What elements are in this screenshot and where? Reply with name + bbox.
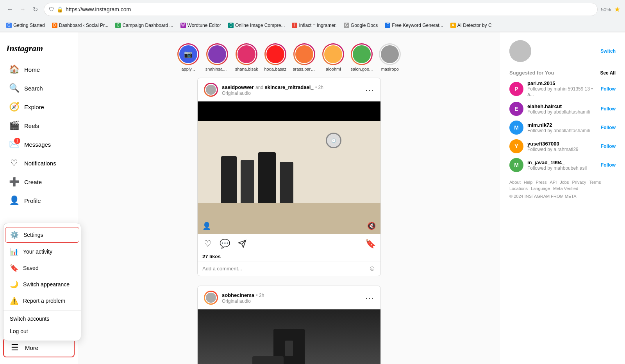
story-item[interactable]: aloohmi [322,43,344,71]
footer-link-privacy[interactable]: Privacy [572,180,586,185]
story-item[interactable]: arass.pard.as [293,43,316,71]
bookmark-bm6[interactable]: IInflact = Ingramer. [289,21,339,29]
post-1-share-button[interactable] [236,238,248,250]
scene-floor [198,203,380,234]
story-item[interactable]: hoda.basaz [264,43,286,71]
story-avatar: 📷 [179,44,198,64]
post-1-header: saeidpowwer and skincare_mitradaei_ • 2h… [198,78,380,101]
footer-link-language[interactable]: Language [531,186,550,191]
bookmark-bm7[interactable]: GGoogle Docs [341,21,381,29]
security-icon: 🛡 [49,6,54,12]
post-1-username2[interactable]: skincare_mitradaei_ [264,84,313,90]
follow-button-2[interactable]: Follow [601,106,616,112]
bookmark-star-icon[interactable]: ★ [614,5,620,14]
stories-bar: 📷 apply... shahinsam... shana.bisak [197,40,381,78]
suggestion-info-3: mim.nik72 Followed by abdollahtashamili [527,122,597,133]
sidebar-item-notifications[interactable]: ♡ Notifications [3,154,75,172]
bookmark-bm5[interactable]: OOnline Image Compre... [225,21,288,29]
post-1-more-icon[interactable]: ··· [365,85,374,94]
post-1-save-button[interactable]: 🔖 [365,239,376,249]
sidebar-item-create[interactable]: ➕ Create [3,173,75,191]
sidebar-item-explore[interactable]: 🧭 Explore [3,98,75,116]
suggestion-username-2[interactable]: elaheh.haircut [527,103,597,109]
back-button[interactable]: ← [5,4,16,15]
footer-link-api[interactable]: API [550,180,557,185]
refresh-button[interactable]: ↻ [30,4,41,15]
post-1-username[interactable]: saeidpowwer [222,84,254,90]
post-1-comment-button[interactable]: 💬 [218,237,232,250]
post-1-mute-icon[interactable]: 🔇 [367,222,376,230]
sidebar-item-profile[interactable]: 👤 Profile [3,192,75,210]
popup-report[interactable]: ⚠️ Report a problem [4,293,81,309]
story-item[interactable]: 📷 apply... [177,43,199,71]
address-bar[interactable]: 🛡 🔒 https://www.instagram.com [44,3,598,16]
post-1-comment-input[interactable] [202,266,369,272]
footer-link-locations[interactable]: Locations [509,186,528,191]
sidebar-item-search[interactable]: 🔍 Search [3,79,75,97]
follow-button-1[interactable]: Follow [601,86,616,92]
story-item[interactable]: masiropo [379,43,401,71]
sidebar-item-reels[interactable]: 🎬 Reels [3,117,75,135]
follow-button-5[interactable]: Follow [601,162,616,168]
bookmark-bm2[interactable]: DDashboard ‹ Social Pr... [49,21,112,29]
story-avatar [237,44,256,64]
popup-settings[interactable]: ⚙️ Settings [5,227,79,243]
post-2-user-info: sobhecinema • 2h Original audio [222,291,264,304]
bookmark-bm9[interactable]: AAI Detector by C [447,21,495,29]
story-item[interactable]: shana.bisak [235,43,258,71]
popup-log-out[interactable]: Log out [4,325,81,337]
footer-link-press[interactable]: Press [536,180,546,185]
post-2-avatar[interactable] [204,291,218,305]
sidebar-item-home[interactable]: 🏠 Home [3,60,75,78]
suggestion-avatar-1: P [509,82,523,96]
browser-chrome: ← → ↻ 🛡 🔒 https://www.instagram.com 50% … [0,0,625,32]
footer-link-jobs[interactable]: Jobs [560,180,569,185]
post-2-username[interactable]: sobhecinema [222,292,254,298]
suggestion-avatar-2: E [509,102,523,116]
bookmark-bm8[interactable]: FFree Keyword Generat... [382,21,446,29]
popup-saved[interactable]: 🔖 Saved [4,260,81,276]
bookmark-bm3[interactable]: CCampaign Dashboard ... [112,21,176,29]
forward-button[interactable]: → [17,4,28,15]
follow-button-4[interactable]: Follow [601,144,616,149]
sidebar-item-messages[interactable]: ✉️ 1 Messages [3,135,75,153]
footer-link-about[interactable]: About [509,180,521,185]
suggestion-username-3[interactable]: mim.nik72 [527,122,597,128]
post-2-audio: Original audio [222,298,264,304]
popup-menu: ⚙️ Settings 📊 Your activity 🔖 Saved 🌙 Sw… [3,223,81,341]
instagram-logo[interactable]: Instagram [0,36,78,60]
bookmark-bm1[interactable]: GGetting Started [3,21,48,29]
post-2-more-icon[interactable]: ··· [365,293,374,302]
suggestion-username-5[interactable]: m_javad_1994_ [527,160,597,165]
popup-activity[interactable]: 📊 Your activity [4,243,81,260]
person-4 [280,162,293,203]
post-1-scene: 🕐 👤 🔇 [198,101,380,234]
ig-footer: About Help Press API Jobs Privacy Terms … [509,180,616,199]
post-1-like-button[interactable]: ♡ [202,237,213,250]
appearance-icon: 🌙 [10,280,18,289]
messages-icon-wrap: ✉️ 1 [9,139,19,149]
popup-switch-accounts[interactable]: Switch accounts [4,313,81,325]
suggestion-username-4[interactable]: yuseft367000 [527,141,597,147]
post-1-audio: Original audio [222,91,323,96]
post-1-user-tag-icon[interactable]: 👤 [202,222,211,230]
post-1-avatar[interactable] [204,83,218,97]
browser-toolbar: ← → ↻ 🛡 🔒 https://www.instagram.com 50% … [0,0,625,19]
popup-appearance[interactable]: 🌙 Switch appearance [4,276,81,293]
footer-link-meta-verified[interactable]: Meta Verified [553,186,578,191]
see-all-button[interactable]: See All [600,70,616,76]
right-sidebar: Switch Suggested for You See All P pari.… [500,32,625,364]
bookmark-label-bm6: Inflact = Ingramer. [299,23,336,28]
footer-link-terms[interactable]: Terms [589,180,601,185]
story-item[interactable]: salon.goo... [350,43,373,71]
story-item[interactable]: shahinsam... [205,43,229,71]
post-1-user-info: saeidpowwer and skincare_mitradaei_ • 2h… [222,83,323,96]
comment-emoji-icon[interactable]: ☺ [369,265,376,273]
bookmark-bm4[interactable]: WWordtune Editor [177,21,225,29]
footer-link-help[interactable]: Help [524,180,533,185]
saved-label: Saved [23,265,39,271]
follow-button-3[interactable]: Follow [601,125,616,130]
switch-button[interactable]: Switch [600,48,616,54]
suggestion-username-1[interactable]: pari.m.2015 [527,80,597,86]
story-label: shahinsam... [205,67,229,71]
